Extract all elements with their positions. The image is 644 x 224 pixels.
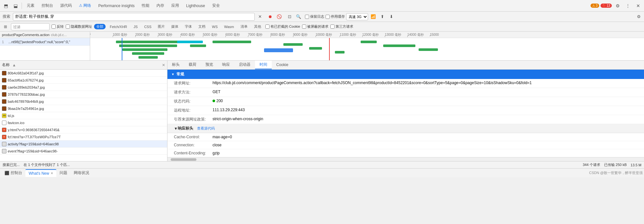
preserve-log-checkbox[interactable]: 保留日志	[305, 13, 324, 21]
wifi-icon[interactable]: 📶	[369, 13, 377, 21]
bottom-tab-issues[interactable]: 问题	[56, 169, 71, 177]
scrollbar-thumb[interactable]	[171, 158, 196, 161]
response-headers-section[interactable]: ▼ 响应标头 查看源代码	[167, 124, 644, 133]
file-item-11[interactable]: event?flag=159&sid=646aec98-	[0, 148, 167, 155]
upload-icon[interactable]: ⬆	[378, 13, 386, 21]
file-icon-generic-11	[2, 149, 6, 153]
file-item-2[interactable]: cae6e289eb2034a7.jpg	[0, 84, 167, 91]
sort-icon[interactable]: ▲	[12, 63, 16, 67]
filter-icon[interactable]: ⊡	[286, 13, 293, 21]
filter-tag-font[interactable]: 字体	[183, 24, 194, 29]
tab-sources[interactable]: 源代码	[57, 1, 75, 10]
left-panel-header: 名称 ▲ ✕	[0, 61, 167, 70]
tab-timing[interactable]: 时间	[255, 61, 272, 69]
tab-elements[interactable]: 元素	[24, 1, 38, 10]
close-devtools-icon[interactable]: ✕	[634, 1, 643, 10]
tab-security[interactable]: 安全	[209, 1, 223, 10]
file-item-9[interactable]: H fcf.html?a=7TJI7TceW0Pu7Tce7T	[0, 133, 167, 141]
tab-performance-insights[interactable]: Performance insights	[95, 2, 138, 10]
file-item-8[interactable]: H y.html?v=0.9698367265644745&	[0, 126, 167, 133]
file-icon-img-3	[2, 92, 6, 97]
request-method-row: 请求方法: GET	[167, 88, 644, 97]
blocked-requests-checkbox[interactable]: 被屏蔽的请求	[302, 24, 328, 29]
general-section-header[interactable]: ▼ 常规	[167, 70, 644, 79]
timeline-right-panel: 1000 毫秒 2000 毫秒 3000 毫秒 4000 毫秒 5000 毫秒 …	[90, 32, 644, 60]
filter-tag-manifest[interactable]: 清单	[238, 24, 250, 29]
tab-payload[interactable]: 载荷	[184, 61, 201, 69]
file-name-0: 80b4c682a043f1d7.jpg	[8, 71, 165, 75]
filter-funnel-icon[interactable]: ⊞	[2, 23, 9, 30]
tab-initiator[interactable]: 启动器	[234, 61, 255, 69]
file-item-1[interactable]: 65acbf6a1c676274.jpg	[0, 77, 167, 84]
ruler-12000: 12000 毫秒	[362, 33, 379, 37]
bottom-tab-network-status[interactable]: 网络状况	[71, 169, 92, 177]
bottom-tab-whats-new[interactable]: What's New ✕	[25, 169, 56, 177]
top-right-area: ⚠ 3 🔴 13 ⚙ ⋮ ✕	[591, 1, 643, 10]
hide-data-url-checkbox[interactable]: 隐藏数据网址	[66, 24, 92, 29]
filter-tag-all[interactable]: 全部	[94, 24, 106, 29]
file-item-5[interactable]: 9baa1fe7a254961e.jpg	[0, 105, 167, 112]
horizontal-scrollbar[interactable]	[167, 157, 644, 161]
tab-application[interactable]: 应用	[168, 1, 182, 10]
third-party-checkbox[interactable]: 第三方请求	[330, 24, 353, 29]
filter-tag-wasm[interactable]: Wasm	[222, 24, 236, 29]
warning-badge[interactable]: ⚠ 3	[591, 4, 599, 8]
error-badge[interactable]: 🔴 13	[601, 4, 612, 8]
timeline-bar-selected	[264, 48, 293, 52]
filter-input[interactable]	[11, 23, 50, 30]
file-item-7[interactable]: favicon.ico	[0, 119, 167, 126]
download-icon[interactable]: ⬇	[387, 13, 395, 21]
file-icon-generic-10	[2, 142, 6, 146]
tab-lighthouse[interactable]: Lighthouse	[183, 2, 208, 10]
record-icon[interactable]: ⏺	[266, 13, 274, 21]
file-name-8: y.html?v=0.9698367265644745&	[8, 128, 165, 132]
tab-response[interactable]: 响应	[218, 61, 234, 69]
search-icon[interactable]: 🔍	[295, 13, 302, 21]
settings-icon[interactable]: ⚙	[613, 1, 622, 10]
file-name-6: td.js	[8, 114, 165, 118]
search-input[interactable]	[13, 13, 255, 21]
more-icon[interactable]: ⋮	[623, 1, 632, 10]
dock-bottom-icon[interactable]: ⬒	[1, 1, 10, 10]
stop-icon[interactable]: 🚫	[275, 13, 283, 21]
tab-headers[interactable]: 标头	[167, 61, 184, 69]
view-source-link[interactable]: 查看源代码	[197, 126, 215, 131]
filter-tag-css[interactable]: CSS	[142, 24, 154, 29]
cache-control-value: max-age=0	[213, 135, 638, 139]
tab-cookie[interactable]: Cookie	[272, 61, 293, 69]
tab-performance[interactable]: 性能	[138, 1, 153, 10]
tab-network[interactable]: ⚠ 网络	[76, 1, 94, 10]
blocked-cookies-checkbox[interactable]: 有已拦截的 Cookie	[265, 24, 300, 29]
undock-icon[interactable]: ⬓	[11, 1, 20, 10]
disable-cache-checkbox[interactable]: 停用缓存	[326, 13, 345, 21]
whats-new-close-icon[interactable]: ✕	[51, 171, 53, 175]
reverse-checkbox[interactable]: 反转	[52, 24, 64, 29]
search-label: 搜索	[1, 14, 12, 19]
file-item-3[interactable]: 3787b7783230bbac.jpg	[0, 91, 167, 98]
close-panel-icon[interactable]: ✕	[162, 63, 165, 67]
ruler-5000: 5000 毫秒	[203, 33, 217, 37]
tab-preview[interactable]: 预览	[201, 61, 218, 69]
network-speed-select[interactable]: 高速 3G 无限制 快速 3G 慢速 3G	[346, 13, 368, 20]
file-item-10[interactable]: activity?flag=159&sid=646aec98	[0, 141, 167, 148]
file-item-4[interactable]: bafc4678976b44b9.jpg	[0, 98, 167, 105]
filter-tag-js[interactable]: JS	[131, 24, 140, 29]
filter-tag-doc[interactable]: 文档	[196, 24, 208, 29]
bottom-tab-console[interactable]: ⬛ 控制台	[1, 169, 25, 177]
content-encoding-row: Content-Encoding: gzip	[167, 149, 644, 157]
clear-search-icon[interactable]: ✕	[256, 13, 264, 21]
file-name-7: favicon.ico	[8, 121, 165, 125]
filter-tag-media[interactable]: 媒体	[169, 24, 181, 29]
settings-network-icon[interactable]: ⚙	[635, 13, 643, 21]
tab-memory[interactable]: 内存	[153, 1, 167, 10]
filter-tag-img[interactable]: 图片	[156, 24, 167, 29]
tab-console[interactable]: 控制台	[38, 1, 56, 10]
file-item-0[interactable]: 80b4c682a043f1d7.jpg	[0, 70, 167, 77]
timeline-bar-3	[122, 48, 167, 51]
filter-tag-ws[interactable]: WS	[210, 24, 220, 29]
filter-tag-other[interactable]: 其他	[252, 24, 263, 29]
network-row-1[interactable]: 1 ...nt98({"jwotestProduct":null,"score"…	[0, 38, 90, 46]
filter-tag-fetch-xhr[interactable]: Fetch/XHR	[108, 24, 129, 29]
file-item-6[interactable]: JS td.js	[0, 112, 167, 119]
timeline-bar-2	[119, 44, 177, 47]
